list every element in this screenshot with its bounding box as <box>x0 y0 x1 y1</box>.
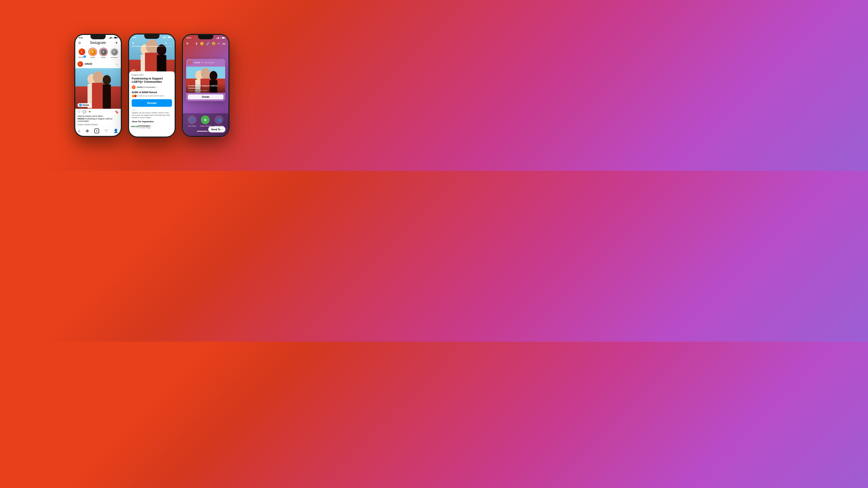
share-icon-1[interactable]: ✈ <box>88 110 92 114</box>
signal-icon-1 <box>109 37 112 39</box>
wifi-icon-3: ▲ <box>220 37 221 39</box>
post-fundraise: $1880 of $2000 Raised <box>75 123 121 126</box>
send-to-chevron: › <box>221 128 222 131</box>
story-progress <box>129 46 175 48</box>
bottom-nav: ⌂ ⊕ + ♡ 👤 <box>75 126 121 136</box>
story-days-badge: 8 DAYS LEFT <box>132 74 172 76</box>
ig-logo: Instagram <box>90 40 106 45</box>
your-story-label-3: Your Story <box>188 125 196 127</box>
donate-button-2[interactable]: Donate <box>132 99 172 107</box>
phones-container: 9:41 ▲ ⊙ Instagram <box>70 29 234 142</box>
status-icons-3: ▲ <box>217 37 225 39</box>
divdivk-label: divdivk <box>90 57 95 58</box>
battery-icon-1 <box>114 37 117 38</box>
share-bottom: 👤 Your Story ★ Close Friends <box>183 113 228 136</box>
notch-2 <box>144 34 159 39</box>
story-close-btn[interactable]: ✕ <box>132 41 134 45</box>
post-more-icon[interactable]: ··· <box>116 62 119 66</box>
send-to-button[interactable]: Send To › <box>208 126 225 133</box>
org-name-row: trevorproject ✓ <box>138 125 153 127</box>
share-verified-icon: ✓ <box>216 62 217 64</box>
share-option-close-friends[interactable]: ★ Close Friends <box>200 115 211 127</box>
phone2-screen: 8 DAYS LEFT Fundraising to Support LGBTQ… <box>129 34 175 137</box>
share-card-overlay: Fundraising to Support LGBTQ+ Communitie… <box>186 83 225 93</box>
story-more-icon[interactable]: ··· <box>169 41 172 45</box>
verified-badge: ✓ <box>156 86 158 88</box>
heart-icon: ♥ <box>80 104 81 106</box>
story-item-kenzoere[interactable]: K kenzoere <box>110 48 119 58</box>
donors-text: Donations by divdivk and 48 others <box>137 95 164 97</box>
org-row: TREVOR trevorproject ✓ The Trevor Projec… <box>132 124 172 129</box>
post-likes: Liked by eloears and 8 others <box>75 115 121 117</box>
share-close-btn[interactable]: ✕ <box>186 41 189 46</box>
post-actions: ♡ 💬 ✈ 🔖 <box>75 109 121 115</box>
nav-home[interactable]: ⌂ <box>78 129 80 133</box>
stories-row: L + Your Story D divdivk <box>75 46 121 60</box>
emoji-icon[interactable]: 😊 <box>200 42 204 46</box>
share-content-area: L lofti232 for trevorproject ✓ <box>183 47 228 113</box>
draw-icon[interactable]: ✏ <box>218 42 220 45</box>
story-item-eloears[interactable]: E eloears <box>99 48 108 58</box>
story-progress-fill <box>132 46 160 47</box>
share-header: ✕ ⬇ 😊 🔗 😃 ✏ Aa <box>183 40 228 47</box>
share-card-donate-btn[interactable]: Donate <box>188 94 223 99</box>
post-image: ♥ Donate <box>75 68 121 109</box>
org-info: trevorproject ✓ The Trevor Project <box>138 125 153 128</box>
svg-rect-5 <box>103 84 111 109</box>
send-icon-1[interactable]: ✈ <box>115 40 119 45</box>
like-icon[interactable]: ♡ <box>78 110 81 114</box>
nav-add[interactable]: + <box>94 128 99 133</box>
share-option-group-story[interactable]: 👥 Group Story <box>214 115 224 127</box>
donor-avatars <box>132 94 136 97</box>
sticker-icon[interactable]: 😃 <box>212 42 215 46</box>
nav-reels[interactable]: ♡ <box>104 128 108 133</box>
phone-2: 8 DAYS LEFT Fundraising to Support LGBTQ… <box>128 33 176 138</box>
link-icon[interactable]: 🔗 <box>206 42 210 46</box>
share-tools: ⬇ 😊 🔗 😃 ✏ Aa <box>195 42 225 46</box>
download-icon[interactable]: ⬇ <box>195 42 198 46</box>
camera-icon[interactable]: ⊙ <box>78 41 81 45</box>
svg-point-16 <box>201 68 211 79</box>
phone3-screen: 12:11 ▲ ✕ <box>183 35 228 136</box>
battery-icon-3 <box>222 37 225 39</box>
donate-badge-1[interactable]: ♥ Donate <box>78 103 91 107</box>
close-friends-icon: ★ <box>201 115 210 124</box>
kenzoere-avatar: K <box>111 48 118 56</box>
org-subtitle: The Trevor Project <box>138 127 153 128</box>
send-to-label: Send To <box>211 128 221 131</box>
battery-icon-2 <box>168 36 171 38</box>
nav-profile[interactable]: 👤 <box>114 128 118 133</box>
your-story-avatar-3: 👤 <box>190 118 194 121</box>
story-header-icons: ✈ ··· <box>165 41 172 45</box>
signal-icon-3 <box>217 37 219 39</box>
story-description: Together, we can ensure LGBTQ+ youth in … <box>132 112 172 119</box>
donate-badge-icon: ♥ <box>79 104 82 106</box>
save-icon[interactable]: 🔖 <box>115 110 119 114</box>
close-friends-label: Close Friends <box>200 125 211 127</box>
divdivk-avatar: D <box>89 48 97 56</box>
share-card: L lofti232 for trevorproject ✓ <box>186 59 225 101</box>
nav-search[interactable]: ⊕ <box>86 128 89 133</box>
share-card-user: lofti232 <box>194 62 200 64</box>
progress-fill <box>197 131 208 132</box>
share-card-org: trevorproject <box>205 62 214 64</box>
comment-icon[interactable]: 💬 <box>83 110 86 114</box>
wifi-icon-1: ▲ <box>112 37 114 38</box>
story-divider <box>132 110 137 110</box>
share-card-title: Fundraising to Support LGBTQ+ Communitie… <box>188 85 223 89</box>
org-name: trevorproject <box>138 125 150 127</box>
story-item-divdivk[interactable]: D divdivk <box>88 48 97 58</box>
share-option-your-story[interactable]: 👤 Your Story <box>188 115 196 127</box>
story-send-icon[interactable]: ✈ <box>164 41 167 45</box>
fundraiser-logo: T <box>132 85 135 89</box>
post-user[interactable]: L lofti232 <box>78 61 92 67</box>
text-icon[interactable]: Aa <box>222 42 225 46</box>
your-story-item[interactable]: L + Your Story <box>78 48 86 58</box>
add-story-badge: + <box>83 55 86 58</box>
signal-icon-2 <box>163 36 165 38</box>
notch-3 <box>198 35 213 39</box>
svg-point-4 <box>103 75 111 85</box>
share-card-avatar: L <box>188 61 193 65</box>
eloears-label: eloears <box>101 57 106 58</box>
group-story-icon-symbol: 👥 <box>217 118 221 121</box>
